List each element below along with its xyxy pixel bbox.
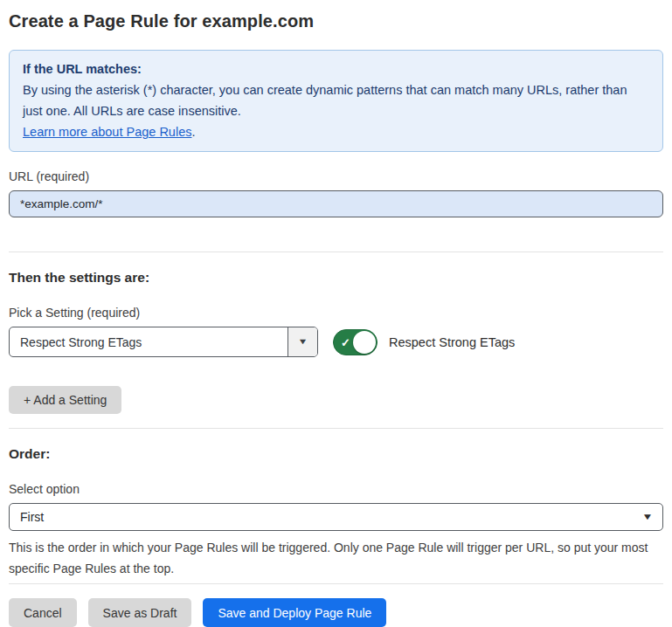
settings-heading: Then the settings are: bbox=[9, 270, 663, 286]
info-box-link-line: Learn more about Page Rules. bbox=[23, 121, 649, 142]
toggle-knob bbox=[353, 331, 376, 354]
save-draft-button[interactable]: Save as Draft bbox=[88, 598, 192, 627]
setting-dropdown-arrow-button[interactable]: ▼ bbox=[288, 327, 317, 356]
page-title: Create a Page Rule for example.com bbox=[9, 10, 663, 31]
url-label: URL (required) bbox=[9, 169, 663, 183]
learn-more-link[interactable]: Learn more about Page Rules bbox=[23, 125, 191, 139]
toggle-group: ✓ Respect Strong ETags bbox=[333, 329, 515, 355]
save-deploy-button[interactable]: Save and Deploy Page Rule bbox=[203, 598, 386, 627]
link-suffix: . bbox=[191, 125, 195, 139]
section-divider bbox=[9, 428, 663, 429]
setting-row: Respect Strong ETags ▼ ✓ Respect Strong … bbox=[9, 327, 663, 357]
section-divider bbox=[9, 251, 663, 252]
info-box-body: By using the asterisk (*) character, you… bbox=[23, 79, 649, 121]
setting-dropdown[interactable]: Respect Strong ETags ▼ bbox=[9, 327, 318, 357]
check-icon: ✓ bbox=[341, 336, 350, 348]
setting-dropdown-value: Respect Strong ETags bbox=[10, 327, 288, 356]
cancel-button[interactable]: Cancel bbox=[9, 598, 77, 627]
info-box-heading: If the URL matches: bbox=[23, 59, 649, 79]
add-setting-button[interactable]: + Add a Setting bbox=[9, 386, 121, 414]
order-heading: Order: bbox=[9, 446, 663, 462]
caret-down-icon: ▼ bbox=[641, 513, 653, 521]
etags-toggle[interactable]: ✓ bbox=[333, 329, 378, 355]
pick-setting-label: Pick a Setting (required) bbox=[9, 306, 663, 320]
order-select[interactable]: First ▼ bbox=[9, 503, 663, 531]
select-option-label: Select option bbox=[9, 482, 663, 496]
toggle-label: Respect Strong ETags bbox=[389, 335, 515, 349]
url-input[interactable] bbox=[9, 190, 663, 217]
footer-divider bbox=[9, 583, 663, 584]
action-buttons: Cancel Save as Draft Save and Deploy Pag… bbox=[9, 598, 663, 627]
order-help-text: This is the order in which your Page Rul… bbox=[9, 537, 662, 579]
caret-down-icon: ▼ bbox=[297, 338, 308, 346]
url-match-info-box: If the URL matches: By using the asteris… bbox=[9, 50, 663, 152]
order-select-value: First bbox=[20, 510, 44, 524]
